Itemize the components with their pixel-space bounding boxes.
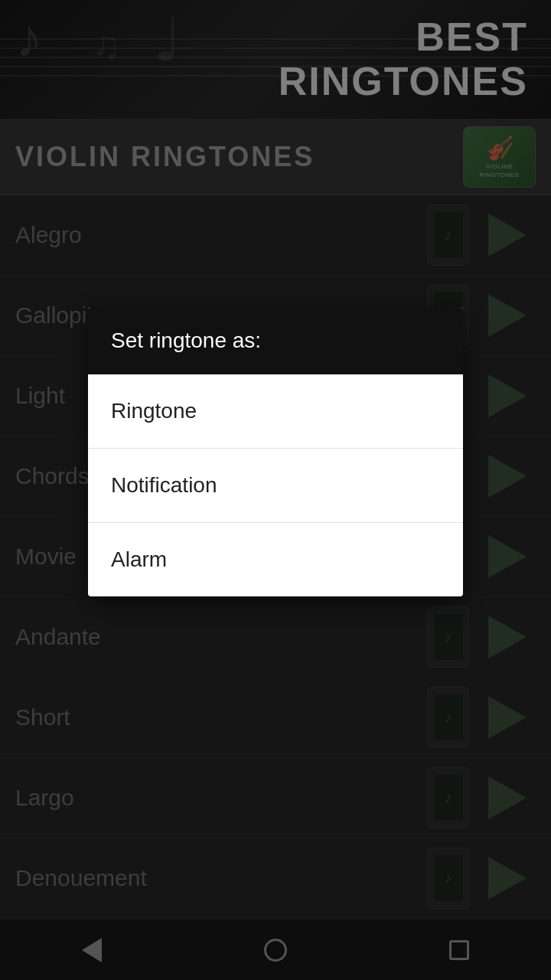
modal-option-notification[interactable]: Notification <box>88 449 463 523</box>
modal-header: Set ringtone as: <box>88 307 463 374</box>
modal-header-text: Set ringtone as: <box>111 328 261 352</box>
modal-overlay[interactable]: Set ringtone as: Ringtone Notification A… <box>0 0 551 980</box>
modal-option-alarm-label: Alarm <box>111 547 167 571</box>
modal-option-ringtone[interactable]: Ringtone <box>88 374 463 449</box>
modal-option-alarm[interactable]: Alarm <box>88 523 463 596</box>
modal-option-notification-label: Notification <box>111 473 217 497</box>
modal-option-ringtone-label: Ringtone <box>111 399 197 423</box>
set-ringtone-modal: Set ringtone as: Ringtone Notification A… <box>88 307 463 596</box>
